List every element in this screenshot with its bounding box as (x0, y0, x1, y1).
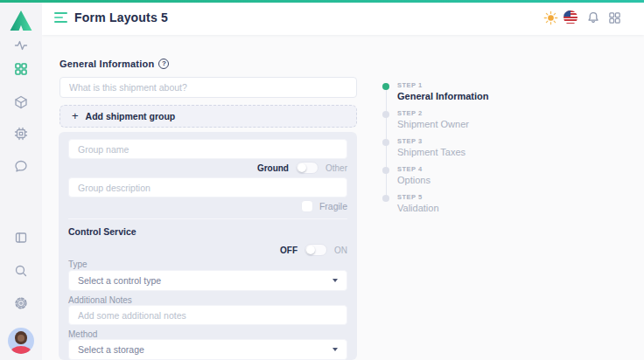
menu-toggle-icon[interactable] (54, 12, 67, 23)
grid-icon (14, 62, 28, 76)
sidebar-item-ecommerce[interactable] (0, 123, 42, 144)
sun-icon (543, 10, 558, 25)
us-flag-icon (564, 10, 578, 24)
notes-label: Additional Notes (68, 295, 132, 305)
control-service-title: Control Service (68, 226, 136, 237)
chevron-down-icon (332, 348, 338, 351)
step-dot (382, 83, 389, 90)
sidebar (0, 0, 42, 360)
group-description-input[interactable] (68, 177, 347, 197)
cpu-icon (14, 127, 28, 141)
control-type-select[interactable]: Select a control type (68, 270, 347, 291)
control-service-toggle-row: OFF ON (280, 244, 347, 256)
step-dot (382, 195, 389, 202)
additional-notes-input[interactable] (68, 305, 347, 325)
step-item-5[interactable]: STEP 5 Validation (382, 193, 439, 213)
page-title: Form Layouts 5 (74, 10, 168, 24)
avatar-face (18, 335, 24, 342)
group-name-input[interactable] (68, 139, 347, 159)
gear-icon (14, 296, 28, 310)
step-item-3[interactable]: STEP 3 Shipment Taxes (382, 137, 466, 157)
step-item-2[interactable]: STEP 2 Shipment Owner (382, 109, 469, 129)
chevron-down-icon (332, 279, 338, 282)
step-item-1[interactable]: STEP 1 General Information (382, 81, 489, 101)
top-gradient-strip (0, 0, 644, 3)
header-bar: Form Layouts 5 (42, 0, 644, 35)
apps-menu-button[interactable] (606, 10, 622, 25)
sidebar-item-messages[interactable] (0, 156, 42, 177)
control-service-toggle[interactable] (304, 244, 327, 256)
type-label: Type (68, 260, 88, 269)
section-header: General Information ? (60, 59, 169, 69)
storage-method-select[interactable]: Select a storage (68, 339, 347, 360)
layout-panel-icon (14, 231, 28, 245)
help-icon[interactable]: ? (158, 59, 169, 69)
method-label: Method (68, 329, 97, 339)
sidebar-item-layout-toggle[interactable] (0, 227, 42, 248)
step-item-4[interactable]: STEP 4 Options (382, 165, 430, 185)
cube-icon (14, 95, 28, 109)
chat-bubble-icon (14, 159, 28, 173)
shipment-about-input[interactable] (60, 77, 357, 98)
sidebar-item-layouts[interactable] (0, 59, 42, 80)
section-title: General Information (60, 59, 154, 69)
sidebar-item-components[interactable] (0, 92, 42, 113)
user-avatar[interactable] (8, 328, 34, 354)
transport-toggle[interactable] (296, 162, 318, 174)
search-icon (14, 264, 28, 278)
sidebar-item-search[interactable] (0, 260, 42, 281)
step-dot (382, 167, 389, 174)
theme-toggle-button[interactable] (542, 10, 558, 25)
sidebar-item-dashboard[interactable] (0, 35, 42, 56)
card-divider (68, 218, 347, 219)
step-dot (382, 111, 389, 118)
app-logo[interactable] (0, 5, 42, 35)
add-shipment-group-button[interactable]: + Add shipment group (60, 105, 357, 128)
fragile-checkbox-row[interactable]: Fragile (301, 200, 347, 212)
logo-triangle-icon (10, 10, 32, 31)
transport-toggle-row: Ground Other (257, 162, 347, 174)
bell-icon (586, 10, 600, 24)
sidebar-item-settings[interactable] (0, 293, 42, 314)
language-selector-button[interactable] (563, 10, 578, 25)
shipment-group-card: Ground Other Fragile Control Service OFF… (59, 132, 357, 360)
fragile-checkbox[interactable] (301, 200, 313, 212)
plus-icon: + (72, 110, 79, 121)
app-grid-icon (608, 11, 621, 24)
notifications-button[interactable] (585, 10, 601, 25)
activity-icon (14, 38, 28, 52)
avatar-shirt (10, 346, 32, 354)
step-dot (382, 139, 389, 146)
